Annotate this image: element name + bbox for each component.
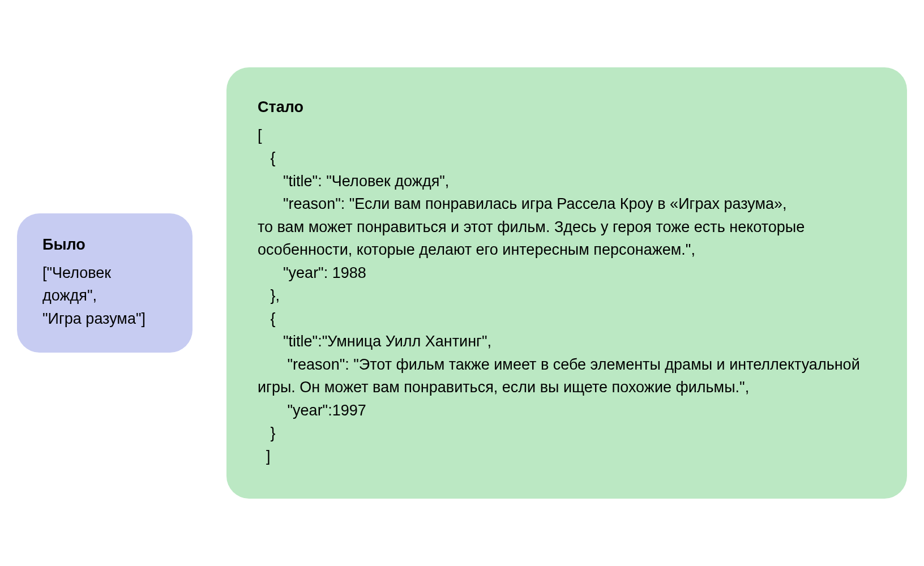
after-title: Стало <box>258 98 873 116</box>
after-card: Стало [ { "title": "Человек дождя", "rea… <box>226 67 907 499</box>
after-content: [ { "title": "Человек дождя", "reason": … <box>258 124 873 468</box>
before-title: Было <box>42 236 167 254</box>
before-card: Было ["Человек дождя", "Игра разума"] <box>17 213 192 353</box>
before-content: ["Человек дождя", "Игра разума"] <box>42 261 167 331</box>
